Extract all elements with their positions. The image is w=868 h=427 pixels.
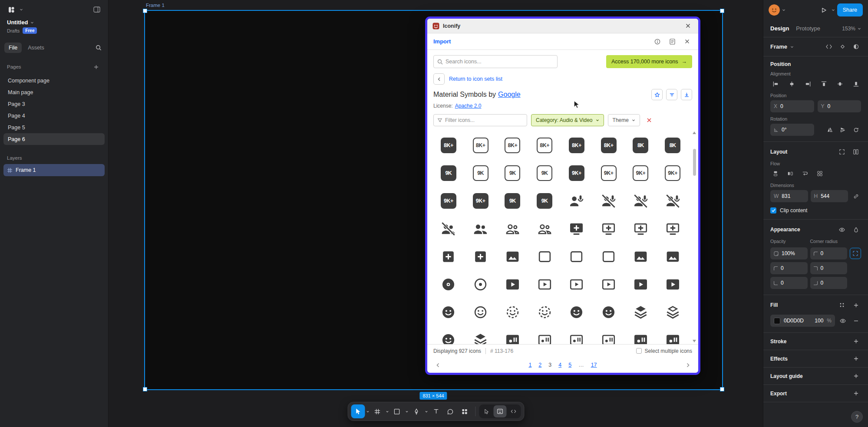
grid-icon-8k[interactable]: 8K — [657, 131, 689, 159]
return-to-icon-sets-link[interactable]: Return to icon sets list — [449, 76, 502, 82]
horizontal-layout-icon[interactable] — [785, 168, 795, 179]
y-position-input[interactable]: Y0 — [818, 100, 861, 112]
grid-icon-queue[interactable] — [625, 215, 657, 243]
selection-handle-bottom-right[interactable] — [720, 387, 724, 391]
independent-corners-button[interactable] — [850, 248, 861, 259]
grid-icon-voice-off[interactable] — [657, 187, 689, 215]
grid-icon-face[interactable] — [593, 298, 625, 326]
frame-tool-chevron-icon[interactable] — [385, 404, 389, 418]
grid-icon-face[interactable] — [432, 298, 465, 326]
code-icon[interactable] — [824, 42, 834, 52]
grid-icon-track[interactable] — [528, 270, 561, 298]
chevron-down-icon[interactable] — [782, 8, 785, 12]
fill-hex-value[interactable]: 0D0D0D — [784, 318, 811, 324]
fill-color-input[interactable]: 0D0D0D 100 % — [770, 315, 835, 327]
grid-icon-9k[interactable]: 9K — [528, 187, 561, 215]
download-icon[interactable] — [681, 89, 692, 100]
grid-icon-image[interactable] — [657, 243, 689, 270]
corner-top-right-input[interactable]: 0 — [810, 262, 848, 274]
chevron-down-icon[interactable] — [20, 8, 23, 11]
grid-icon-image[interactable] — [497, 243, 529, 270]
align-bottom-icon[interactable] — [851, 79, 861, 89]
grid-icon-mv[interactable] — [593, 326, 625, 344]
opacity-input[interactable]: 100% — [770, 247, 808, 259]
grid-layout-icon[interactable] — [815, 168, 825, 179]
category-filter-dropdown[interactable]: Category: Audio & Video — [531, 114, 604, 126]
grid-icon-face[interactable] — [561, 298, 593, 326]
icon-set-author-link[interactable]: Google — [498, 91, 521, 99]
grid-icon-8k-plus[interactable]: 8K+ — [465, 131, 497, 159]
pen-tool-chevron-icon[interactable] — [424, 404, 429, 418]
grid-icon-addbox[interactable] — [432, 243, 465, 270]
clear-filters-icon[interactable] — [644, 115, 654, 125]
grid-icon-9k[interactable]: 9K — [432, 159, 465, 187]
back-button[interactable] — [433, 73, 445, 85]
pagination-page-4[interactable]: 4 — [558, 362, 561, 368]
present-play-icon[interactable] — [819, 5, 829, 15]
grid-icon-voice-off[interactable] — [593, 187, 625, 215]
grid-icon-mv[interactable] — [528, 326, 561, 344]
grid-icon-track[interactable] — [497, 270, 529, 298]
selection-handle-top-right[interactable] — [720, 9, 724, 13]
styles-library-icon[interactable] — [837, 300, 847, 310]
blend-mode-icon[interactable] — [851, 224, 861, 235]
pen-tool-button[interactable] — [409, 404, 423, 418]
move-tool-chevron-icon[interactable] — [365, 404, 370, 418]
grid-icon-face-dash[interactable] — [528, 298, 561, 326]
grid-icon-mv[interactable] — [497, 326, 529, 344]
pagination-page-2[interactable]: 2 — [538, 362, 541, 368]
document-location[interactable]: Drafts — [7, 28, 20, 33]
rotate-icon[interactable] — [851, 125, 861, 135]
rotation-input[interactable]: 0° — [770, 124, 814, 136]
shape-tool-button[interactable] — [390, 404, 404, 418]
sidebar-page-item[interactable]: Page 6 — [3, 133, 105, 145]
favorite-star-icon[interactable] — [651, 89, 663, 100]
grid-icon-9k-plus[interactable]: 9K+ — [657, 159, 689, 187]
help-button[interactable]: ? — [851, 411, 863, 423]
pagination-prev-icon[interactable] — [432, 360, 443, 370]
grid-icon-mv[interactable] — [625, 326, 657, 344]
sidebar-page-item[interactable]: Main page — [3, 86, 105, 98]
grid-icon-9k[interactable]: 9K — [465, 159, 497, 187]
move-tool-button[interactable] — [351, 404, 365, 418]
tab-import[interactable]: Import — [433, 38, 451, 45]
add-page-icon[interactable] — [91, 62, 101, 72]
add-stroke-icon[interactable] — [851, 336, 861, 347]
grid-icon-mv[interactable] — [657, 326, 689, 344]
grid-icon-group-off[interactable] — [432, 215, 465, 243]
scrollbar-thumb[interactable] — [693, 149, 696, 176]
sidebar-page-item[interactable]: Page 5 — [3, 122, 105, 133]
clip-content-checkbox[interactable] — [770, 207, 776, 214]
sidebar-page-item[interactable]: Page 3 — [3, 98, 105, 110]
tab-assets[interactable]: Assets — [23, 43, 49, 53]
collapse-sidebar-icon[interactable] — [92, 4, 102, 15]
access-more-icons-button[interactable]: Access 170,000 more icons → — [606, 55, 692, 68]
selection-handle-top-left[interactable] — [143, 9, 147, 13]
grid-icon-group[interactable] — [497, 215, 529, 243]
actions-tool-button[interactable] — [458, 404, 472, 418]
grid-icon-9k-plus[interactable]: 9K+ — [432, 187, 465, 215]
grid-icon-queue[interactable] — [593, 215, 625, 243]
selection-handle-bottom-left[interactable] — [143, 387, 147, 391]
height-input[interactable]: H544 — [811, 190, 848, 202]
align-horizontal-center-icon[interactable] — [786, 79, 797, 89]
zoom-control[interactable]: 153% — [842, 26, 861, 32]
grid-icon-queue[interactable] — [657, 215, 689, 243]
add-export-icon[interactable] — [851, 388, 861, 399]
grid-icon-voice[interactable] — [561, 187, 593, 215]
layer-item-frame-1[interactable]: Frame 1 — [3, 164, 105, 176]
frame-title-label[interactable]: Frame 1 — [146, 3, 165, 8]
selection-type-label[interactable]: Frame — [770, 43, 787, 50]
grid-icon-9k-plus[interactable]: 9K+ — [625, 159, 657, 187]
license-link[interactable]: Apache 2.0 — [455, 103, 482, 109]
grid-icon-8k-plus[interactable]: 8K+ — [497, 131, 529, 159]
x-position-input[interactable]: X0 — [770, 100, 814, 112]
grid-icon-face[interactable] — [465, 298, 497, 326]
grid-icon-8k[interactable]: 8K — [625, 131, 657, 159]
corner-bottom-right-input[interactable]: 0 — [810, 277, 848, 289]
tab-file[interactable]: File — [4, 43, 22, 53]
layout-grid-icon[interactable] — [851, 147, 861, 157]
grid-icon-track[interactable] — [625, 270, 657, 298]
grid-icon-mv[interactable] — [561, 326, 593, 344]
chevron-down-icon[interactable] — [790, 45, 794, 49]
